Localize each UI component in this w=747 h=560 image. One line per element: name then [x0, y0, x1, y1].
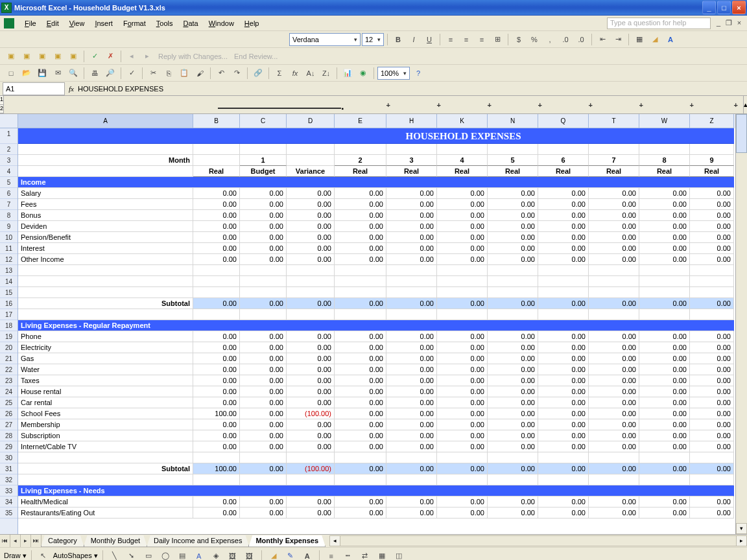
review-btn-1[interactable]: ▣ [4, 49, 18, 64]
outline-expand-k[interactable]: + [446, 101, 497, 109]
font-name-select[interactable]: Verdana [289, 33, 361, 46]
menu-file[interactable]: File [19, 18, 42, 29]
currency-button[interactable]: $ [512, 32, 526, 47]
review-btn-5[interactable]: ▣ [66, 49, 80, 64]
align-right-button[interactable]: ≡ [475, 32, 489, 47]
menu-insert[interactable]: Insert [89, 18, 118, 29]
col-d[interactable]: D [287, 114, 335, 128]
mdi-minimize[interactable]: _ [715, 19, 722, 27]
end-review-button[interactable]: End Review... [231, 52, 280, 60]
format-painter-button[interactable]: 🖌 [193, 66, 207, 80]
fill-color-button[interactable]: ◢ [648, 32, 662, 47]
horizontal-scrollbar[interactable]: ◂ ▸ [329, 535, 747, 546]
help-search-box[interactable]: Type a question for help [607, 18, 711, 29]
name-box[interactable]: A1 [3, 82, 65, 95]
increase-decimal-button[interactable]: .0 [558, 32, 573, 47]
outline-collapse-handle[interactable] [218, 101, 341, 109]
select-all-corner[interactable] [0, 114, 18, 128]
col-q[interactable]: Q [538, 114, 589, 128]
fx-label[interactable]: fx [69, 85, 74, 93]
draw-menu[interactable]: Draw ▾ [4, 552, 27, 560]
menu-tools[interactable]: Tools [151, 18, 178, 29]
sort-desc-button[interactable]: Z↓ [319, 66, 333, 80]
maximize-button[interactable]: □ [717, 1, 731, 14]
italic-button[interactable]: I [407, 32, 421, 47]
clipart-icon[interactable]: 🖼 [226, 549, 240, 561]
hscroll-left[interactable]: ◂ [329, 535, 340, 546]
email-button[interactable]: ✉ [51, 66, 65, 80]
scroll-thumb[interactable] [736, 114, 747, 153]
percent-button[interactable]: % [527, 32, 541, 47]
col-c[interactable]: C [240, 114, 287, 128]
new-button[interactable]: □ [4, 66, 18, 80]
undo-button[interactable]: ↶ [214, 66, 228, 80]
open-button[interactable]: 📂 [19, 66, 34, 80]
scroll-up-button[interactable]: ▴ [743, 96, 747, 113]
arrow-style-icon[interactable]: ⇄ [358, 549, 372, 561]
col-b[interactable]: B [193, 114, 240, 128]
formula-value[interactable]: HOUSEHOLD EXPENSES [78, 85, 163, 93]
bold-button[interactable]: B [391, 32, 405, 47]
chart-wizard-button[interactable]: 📊 [340, 66, 355, 80]
hyperlink-button[interactable]: 🔗 [251, 66, 265, 80]
tab-category[interactable]: Category [41, 535, 84, 547]
wordart-icon[interactable]: A [192, 549, 206, 561]
col-z[interactable]: Z [690, 114, 734, 128]
review-btn-3[interactable]: ▣ [35, 49, 49, 64]
review-btn-2[interactable]: ▣ [19, 49, 34, 64]
menu-edit[interactable]: Edit [42, 18, 64, 29]
prev-comment-button[interactable]: ◂ [124, 49, 139, 64]
line-color-icon[interactable]: ✎ [283, 549, 298, 561]
vertical-scrollbar[interactable]: ▾ [735, 114, 747, 534]
tab-nav-prev[interactable]: ◂ [10, 535, 21, 547]
col-n[interactable]: N [488, 114, 538, 128]
tab-daily-income[interactable]: Daily Income and Expenses [147, 535, 249, 547]
tab-monthly-expenses[interactable]: Monthly Expenses [248, 535, 326, 547]
col-t[interactable]: T [589, 114, 639, 128]
col-e[interactable]: E [335, 114, 386, 128]
drawing-button[interactable]: ◉ [356, 66, 370, 80]
menu-view[interactable]: View [64, 18, 90, 29]
autosum-button[interactable]: Σ [272, 66, 287, 80]
tab-monthly-budget[interactable]: Monthly Budget [84, 535, 147, 547]
reject-change-button[interactable]: ✗ [103, 49, 117, 64]
tab-nav-next[interactable]: ▸ [21, 535, 31, 547]
outline-expand-t[interactable]: + [598, 101, 648, 109]
search-button[interactable]: 🔍 [66, 66, 80, 80]
col-a[interactable]: A [18, 114, 193, 128]
print-button[interactable]: 🖶 [88, 66, 102, 80]
line-icon[interactable]: ╲ [108, 549, 122, 561]
merge-center-button[interactable]: ⊞ [490, 32, 504, 47]
close-button[interactable]: × [732, 1, 746, 14]
textbox-icon[interactable]: ▤ [175, 549, 189, 561]
col-k[interactable]: K [437, 114, 488, 128]
col-h[interactable]: H [386, 114, 437, 128]
tab-nav-last[interactable]: ⏭ [31, 535, 42, 547]
outline-level-1[interactable]: 1 [0, 96, 3, 105]
fill-color-icon[interactable]: ◢ [267, 549, 281, 561]
shadow-icon[interactable]: ▦ [375, 549, 389, 561]
tab-nav-first[interactable]: ⏮ [0, 535, 10, 547]
menu-help[interactable]: Help [239, 18, 265, 29]
picture-icon[interactable]: 🖼 [243, 549, 257, 561]
mdi-close[interactable]: × [735, 19, 743, 27]
save-button[interactable]: 💾 [35, 66, 49, 80]
next-comment-button[interactable]: ▸ [140, 49, 154, 64]
outline-expand-h[interactable]: + [396, 101, 446, 109]
outline-level-2[interactable]: 2 [0, 105, 3, 114]
paste-button[interactable]: 📋 [177, 66, 191, 80]
accept-change-button[interactable]: ✓ [88, 49, 102, 64]
cut-button[interactable]: ✂ [146, 66, 160, 80]
decrease-decimal-button[interactable]: .0 [574, 32, 588, 47]
diagram-icon[interactable]: ◈ [209, 549, 223, 561]
mdi-restore[interactable]: ❐ [725, 19, 733, 27]
grid[interactable]: A B C D E H K N Q T W Z HOUSEHOLD EXPENS… [18, 114, 735, 534]
outline-expand-n[interactable]: + [497, 101, 547, 109]
3d-icon[interactable]: ◫ [392, 549, 406, 561]
font-size-select[interactable]: 12 [362, 33, 384, 46]
reply-changes-button[interactable]: Reply with Changes... [156, 52, 230, 60]
outline-expand-q[interactable]: + [547, 101, 598, 109]
line-style-icon[interactable]: ≡ [324, 549, 338, 561]
spelling-button[interactable]: ✓ [124, 66, 139, 80]
col-w[interactable]: W [639, 114, 690, 128]
